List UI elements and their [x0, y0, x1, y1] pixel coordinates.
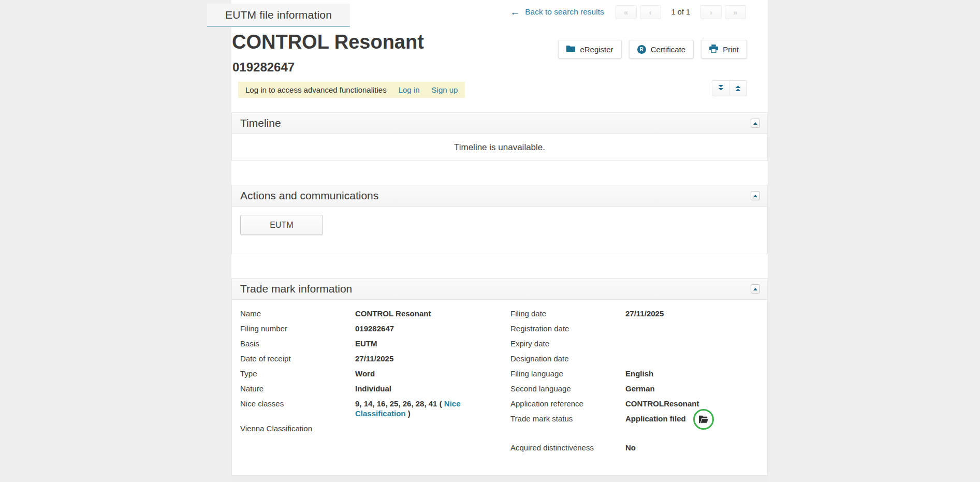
expand-all-button[interactable] — [712, 80, 729, 96]
first-page-button[interactable]: « — [616, 5, 637, 19]
print-button[interactable]: Print — [701, 40, 747, 59]
field-value: Word — [355, 369, 489, 378]
field-value — [625, 339, 759, 348]
trademark-collapse-button[interactable] — [751, 284, 760, 294]
double-chevron-up-icon — [735, 85, 741, 92]
field-row: Registration date — [510, 321, 759, 336]
registered-r-icon: R — [637, 45, 646, 54]
field-label: Nature — [240, 384, 355, 393]
field-label: Registration date — [510, 324, 625, 333]
field-row: NatureIndividual — [240, 381, 489, 396]
expand-collapse-controls — [712, 80, 747, 96]
field-label: Date of receipt — [240, 354, 355, 363]
field-row: Second languageGerman — [510, 381, 759, 396]
field-value: 27/11/2025 — [625, 309, 759, 318]
field-value: German — [625, 384, 759, 393]
trademark-section-title: Trade mark information — [240, 283, 352, 295]
field-row: Vienna Classification — [240, 421, 489, 436]
last-page-icon: » — [733, 8, 737, 17]
previous-page-icon: ‹ — [649, 8, 652, 17]
folder-icon — [566, 45, 575, 54]
field-value: English — [625, 369, 759, 378]
field-row: Expiry date — [510, 336, 759, 351]
trademark-fields: NameCONTROL ResonantFiling number0192826… — [232, 300, 767, 455]
field-value: CONTROL Resonant — [355, 309, 489, 318]
print-label: Print — [723, 45, 739, 54]
login-link[interactable]: Log in — [399, 85, 420, 94]
trademark-title: CONTROL Resonant — [232, 31, 424, 53]
first-page-icon: « — [624, 8, 628, 17]
certificate-button[interactable]: R Certificate — [629, 40, 694, 59]
trademark-fields-left: NameCONTROL ResonantFiling number0192826… — [240, 306, 489, 455]
caret-up-icon — [753, 288, 757, 290]
eutm-tab-label: EUTM — [270, 221, 293, 230]
open-folder-green-circle-icon — [693, 409, 714, 430]
next-page-button[interactable]: › — [700, 5, 722, 19]
signup-link[interactable]: Sign up — [432, 85, 458, 94]
printer-icon — [709, 45, 718, 54]
caret-up-icon — [753, 122, 757, 125]
eregister-label: eRegister — [580, 45, 613, 54]
timeline-unavailable-message: Timeline is unavailable. — [232, 134, 767, 161]
actions-section-title: Actions and communications — [240, 189, 378, 202]
field-row: Nice classes9, 14, 16, 25, 26, 28, 41 ( … — [240, 396, 489, 421]
field-label: Filing language — [510, 369, 625, 378]
previous-page-button[interactable]: ‹ — [640, 5, 661, 19]
actions-collapse-button[interactable] — [751, 191, 760, 200]
tab-label: EUTM file information — [225, 9, 332, 21]
field-label: Application reference — [510, 399, 625, 408]
nice-classification-link[interactable]: Nice Classification — [355, 399, 460, 418]
collapse-all-button[interactable] — [729, 80, 747, 96]
field-label: Vienna Classification — [240, 423, 355, 433]
timeline-collapse-button[interactable] — [751, 119, 760, 128]
timeline-section-header: Timeline — [232, 113, 767, 134]
field-label: Filing date — [510, 309, 625, 318]
actions-section-header: Actions and communications — [232, 185, 767, 207]
eregister-button[interactable]: eRegister — [558, 40, 621, 59]
field-row-spacer — [510, 426, 759, 440]
trademark-section-header: Trade mark information — [232, 279, 767, 300]
header-action-buttons: eRegister R Certificate Print — [558, 40, 747, 59]
field-row: Filing date27/11/2025 — [510, 306, 759, 321]
field-label: Acquired distinctiveness — [510, 443, 625, 452]
field-label: Type — [240, 369, 355, 378]
field-value — [625, 354, 759, 363]
last-page-button[interactable]: » — [725, 5, 746, 19]
field-value: No — [625, 443, 759, 452]
file-information-card: ← Back to search results « ‹ 1 of 1 › » … — [231, 0, 768, 482]
field-label: Trade mark status — [510, 414, 625, 423]
field-value: EUTM — [355, 339, 489, 348]
back-arrow-icon: ← — [510, 7, 520, 17]
login-prompt-message: Log in to access advanced functionalitie… — [245, 85, 387, 94]
field-row: Filing languageEnglish — [510, 366, 759, 381]
double-chevron-down-icon — [718, 84, 724, 93]
field-label: Filing number — [240, 324, 355, 333]
trademark-information-section: Trade mark information NameCONTROL Reson… — [231, 278, 768, 482]
field-row: Acquired distinctivenessNo — [510, 440, 759, 455]
field-row: Application referenceCONTROLResonant — [510, 396, 759, 411]
timeline-title: Timeline — [240, 117, 281, 129]
eutm-tab-button[interactable]: EUTM — [240, 215, 323, 235]
field-value: Individual — [355, 384, 489, 393]
field-row: Trade mark statusApplication filed — [510, 411, 759, 426]
field-row: TypeWord — [240, 366, 489, 381]
certificate-label: Certificate — [651, 45, 686, 54]
next-section-header-edge — [231, 475, 768, 482]
field-value: Application filed — [625, 414, 759, 423]
actions-communications-section: Actions and communications EUTM — [231, 185, 768, 254]
field-row: NameCONTROL Resonant — [240, 306, 489, 321]
field-row: BasisEUTM — [240, 336, 489, 351]
page-indicator: 1 of 1 — [671, 8, 690, 16]
field-value — [625, 324, 759, 333]
field-label: Basis — [240, 339, 355, 348]
timeline-section: Timeline Timeline is unavailable. — [231, 112, 768, 161]
field-label: Name — [240, 309, 355, 318]
field-row: Date of receipt27/11/2025 — [240, 351, 489, 366]
back-to-search-results-link[interactable]: ← Back to search results — [510, 7, 604, 17]
actions-section-body: EUTM — [232, 207, 767, 243]
field-value: 27/11/2025 — [355, 354, 489, 363]
tab-eutm-file-information[interactable]: EUTM file information — [207, 4, 350, 27]
next-page-icon: › — [710, 8, 712, 17]
trademark-file-number: 019282647 — [232, 60, 295, 75]
field-row: Designation date — [510, 351, 759, 366]
